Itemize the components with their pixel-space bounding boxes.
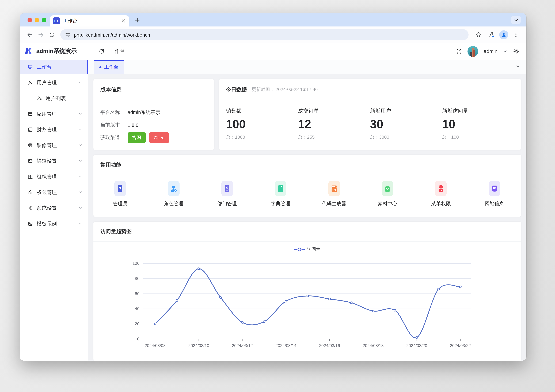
- sidebar-item-user[interactable]: 用户管理: [20, 76, 88, 90]
- platform-name-value: admin系统演示: [128, 109, 160, 116]
- tag-label: 工作台: [104, 64, 118, 70]
- quick-item-role[interactable]: 角色管理: [147, 181, 200, 207]
- minimize-window-button[interactable]: [35, 18, 39, 22]
- sidebar-item-label: 应用管理: [37, 111, 78, 117]
- org-icon: [28, 174, 33, 180]
- template-icon: [28, 221, 33, 226]
- stat-label: 销售额: [226, 108, 298, 114]
- dict-icon: [275, 181, 286, 196]
- browser-profile-icon[interactable]: [499, 30, 508, 39]
- stat-新增用户: 新增用户 30 总：3000: [370, 108, 442, 140]
- url-text: php.likeadmin.cn/admin/workbench: [74, 32, 150, 37]
- close-window-button[interactable]: [28, 18, 32, 22]
- kebab-menu-icon[interactable]: [510, 29, 522, 40]
- url-bar[interactable]: php.likeadmin.cn/admin/workbench: [60, 29, 468, 40]
- tab-favicon: LA: [53, 17, 60, 24]
- chart-legend[interactable]: 访问量: [94, 246, 521, 252]
- browser-tab[interactable]: LA 工作台: [50, 15, 129, 27]
- quick-item-dept[interactable]: 部门管理: [200, 181, 254, 207]
- sidebar-subitem-user-list[interactable]: 用户列表: [20, 91, 88, 105]
- quick-item-material[interactable]: 素材中心: [361, 181, 414, 207]
- quick-card-header: 常用功能: [94, 155, 521, 175]
- line-chart: 0204060801002024/03/082024/03/102024/03/…: [124, 254, 521, 357]
- sidebar-item-label: 组织管理: [37, 173, 78, 180]
- legend-marker-icon: [294, 247, 305, 251]
- quick-card-title: 常用功能: [100, 161, 121, 168]
- today-data-card: 今日数据 更新时间： 2024-03-22 16:17:46 销售额 100 总…: [219, 79, 521, 150]
- quick-item-site-info[interactable]: 网站信息: [468, 181, 521, 207]
- sidebar-item-gear[interactable]: 系统设置: [20, 201, 88, 215]
- today-card-title: 今日数据: [226, 86, 247, 93]
- forward-icon[interactable]: [35, 29, 46, 40]
- sidebar-item-label: 用户管理: [37, 79, 78, 86]
- experiments-flask-icon[interactable]: [486, 29, 497, 40]
- desktop: LA 工作台: [0, 0, 555, 392]
- chevron-down-icon: [78, 111, 82, 117]
- current-version-row: 当前版本 1.8.0: [100, 119, 207, 131]
- svg-text:2024/03/10: 2024/03/10: [188, 343, 209, 348]
- menu-auth-icon: [435, 181, 447, 196]
- version-info-card: 版本信息 平台名称 admin系统演示 当前版本 1.8.: [94, 79, 214, 150]
- sidebar-item-finance[interactable]: 财务管理: [20, 123, 88, 137]
- reload-icon[interactable]: [46, 29, 58, 40]
- tab-title: 工作台: [63, 18, 121, 24]
- sidebar-item-app[interactable]: 应用管理: [20, 107, 88, 121]
- quick-item-codegen[interactable]: 代码生成器: [307, 181, 361, 207]
- tag-workbench[interactable]: 工作台: [94, 60, 124, 74]
- sidebar-subitem-label: 用户列表: [46, 95, 82, 102]
- quick-item-menu-auth[interactable]: 菜单权限: [414, 181, 468, 207]
- sidebar-item-label: 系统设置: [37, 205, 78, 211]
- channel-icon: [28, 158, 33, 164]
- tab-close-icon[interactable]: [121, 18, 126, 23]
- svg-text:2024/03/12: 2024/03/12: [232, 343, 253, 348]
- chevron-up-icon: [78, 80, 82, 85]
- channel-button-官网[interactable]: 官网: [128, 132, 146, 143]
- sidebar-item-channel[interactable]: 渠道设置: [20, 154, 88, 168]
- sidebar-item-template[interactable]: 模板示例: [20, 217, 88, 231]
- back-icon[interactable]: [24, 29, 35, 40]
- stat-label: 新增用户: [370, 108, 442, 114]
- svg-text:2024/03/16: 2024/03/16: [319, 343, 340, 348]
- stat-value: 12: [298, 117, 370, 131]
- quick-item-label: 管理员: [113, 201, 127, 207]
- channel-button-Gitee[interactable]: Gitee: [149, 132, 169, 143]
- lock-icon: [28, 189, 33, 195]
- bookmark-star-icon[interactable]: [473, 29, 484, 40]
- refresh-icon[interactable]: [99, 48, 105, 54]
- toolbar-actions: [473, 29, 522, 40]
- legend-label: 访问量: [307, 246, 320, 252]
- channel-buttons: 官网Gitee: [128, 132, 169, 143]
- sidebar-item-decorate[interactable]: 装修管理: [20, 138, 88, 152]
- current-version-value: 1.8.0: [128, 122, 139, 128]
- chevron-down-icon: [78, 158, 82, 164]
- brand-title: admin系统演示: [36, 47, 77, 55]
- chart-card-title: 访问量趋势图: [100, 228, 132, 235]
- zoom-window-button[interactable]: [42, 18, 46, 22]
- chevron-down-icon: [78, 221, 82, 226]
- tab-search-button[interactable]: [511, 16, 521, 24]
- sidebar-item-lock[interactable]: 权限管理: [20, 185, 88, 199]
- avatar[interactable]: [467, 46, 478, 57]
- sidebar-item-org[interactable]: 组织管理: [20, 170, 88, 184]
- tags-chevron-down-icon[interactable]: [516, 64, 520, 70]
- quick-functions-card: 常用功能 管理员 角色管理 部门管理 字典管理 代码生成器 素材中心 菜单权限 …: [94, 155, 521, 217]
- stat-销售额: 销售额 100 总：1000: [226, 108, 298, 140]
- user-icon: [28, 80, 33, 85]
- sidebar-item-label: 财务管理: [37, 126, 78, 133]
- quick-item-dict[interactable]: 字典管理: [254, 181, 307, 207]
- username[interactable]: admin: [484, 48, 497, 54]
- fullscreen-icon[interactable]: [456, 48, 462, 54]
- finance-icon: [28, 127, 33, 132]
- new-tab-button[interactable]: [133, 16, 142, 25]
- app-body: 工作台 用户管理 用户列表 应用管理 财务管理 装修管理 渠道设置 组织管理 权…: [20, 60, 526, 361]
- visits-trend-card: 访问量趋势图 访问量 0204060801002024/03/08202: [94, 222, 521, 361]
- sidebar-item-monitor[interactable]: 工作台: [20, 60, 88, 74]
- window-controls: [28, 18, 46, 22]
- svg-text:60: 60: [135, 291, 139, 296]
- quick-item-label: 角色管理: [164, 201, 183, 207]
- tune-icon: [65, 32, 70, 37]
- settings-gear-icon[interactable]: [513, 48, 519, 55]
- user-chevron-down-icon[interactable]: [503, 49, 507, 53]
- header-nav-tab-workbench[interactable]: 工作台: [110, 48, 125, 55]
- quick-item-admin[interactable]: 管理员: [94, 181, 147, 207]
